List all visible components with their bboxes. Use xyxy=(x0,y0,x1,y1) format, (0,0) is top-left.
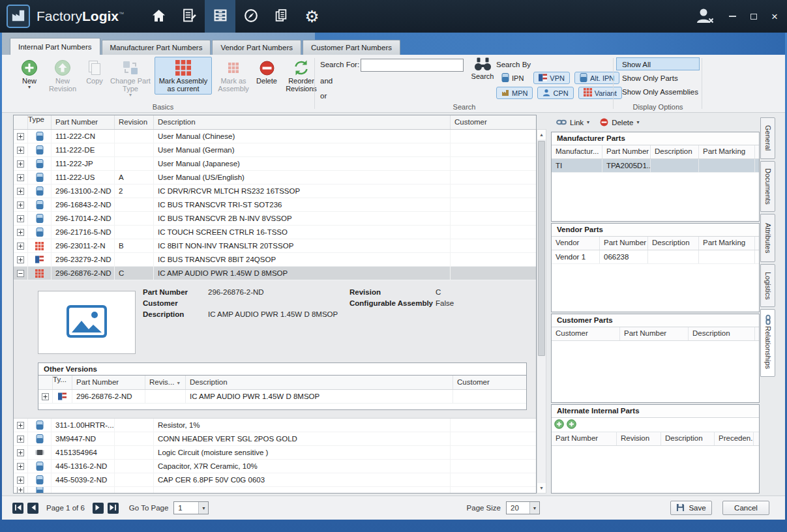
vertical-scrollbar[interactable]: ▲ ▼ xyxy=(537,129,546,494)
column-header-revision[interactable]: Revision xyxy=(617,432,661,445)
column-header-customer[interactable]: Customer xyxy=(453,376,526,389)
cancel-button[interactable]: Cancel xyxy=(722,501,769,515)
table-row[interactable]: 311-1.00HRTR-...Resistor, 1% xyxy=(14,419,536,432)
home-nav-button[interactable] xyxy=(143,0,174,33)
part-image-placeholder[interactable] xyxy=(38,291,136,354)
expand-toggle-icon[interactable] xyxy=(14,171,28,184)
side-tab-attributes[interactable]: Attributes xyxy=(760,214,775,262)
side-tab-general[interactable]: General xyxy=(760,117,775,159)
expand-toggle-icon[interactable] xyxy=(14,253,28,266)
column-header-manufactur[interactable]: Manufactur... xyxy=(552,145,602,158)
maximize-button[interactable] xyxy=(750,14,757,20)
new-revision-button[interactable]: New Revision xyxy=(45,57,80,95)
column-header-part-number[interactable]: Part Number xyxy=(52,115,115,129)
expand-toggle-icon[interactable] xyxy=(38,390,53,403)
panel-table-row[interactable]: TITPA2005D1... xyxy=(552,159,759,173)
user-logout-icon[interactable] xyxy=(695,7,715,26)
production-nav-button[interactable] xyxy=(174,0,205,33)
column-header-description[interactable]: Description xyxy=(689,327,755,340)
side-tab-documents[interactable]: Documents xyxy=(760,161,775,212)
add-alternate-part-button[interactable] xyxy=(554,419,564,431)
display-option-show-only-parts[interactable]: Show Only Parts xyxy=(616,71,700,84)
link-button[interactable]: Link ▾ xyxy=(556,119,589,127)
column-header-part-number[interactable]: Part Number xyxy=(72,376,145,389)
search-button[interactable]: Search xyxy=(468,57,497,80)
other-version-row[interactable]: 296-26876-2-NDIC AMP AUDIO PWR 1.45W D 8… xyxy=(38,390,526,404)
close-button[interactable]: × xyxy=(771,11,778,22)
scroll-down-arrow[interactable]: ▼ xyxy=(537,483,546,493)
expand-toggle-icon[interactable] xyxy=(14,239,28,252)
expand-toggle-icon[interactable] xyxy=(14,419,28,432)
change-part-type-button[interactable]: Change Part Type ▾ xyxy=(109,57,152,100)
tab-internal-part-numbers[interactable]: Internal Part Numbers xyxy=(10,38,100,55)
column-header-part-number[interactable]: Part Number xyxy=(620,327,689,340)
save-button[interactable]: Save xyxy=(670,501,712,515)
settings-nav-button[interactable]: ⚙ xyxy=(297,0,327,33)
page-size-select[interactable]: 20 ▼ xyxy=(506,501,540,514)
table-row[interactable]: 445-5039-2-NDCAP CER 6.8PF 50V C0G 0603 xyxy=(14,473,536,487)
table-row[interactable]: 296-16843-2-NDIC BUS TRANSCVR TRI-ST SOT… xyxy=(14,198,536,212)
column-header-description[interactable]: Description xyxy=(154,115,451,129)
filter-caret-icon[interactable]: ▼ xyxy=(176,381,181,385)
scrollbar-thumb[interactable] xyxy=(538,141,545,356)
column-header-part-number[interactable]: Part Number xyxy=(600,237,648,250)
expand-toggle-icon[interactable] xyxy=(14,198,28,211)
expand-toggle-icon[interactable] xyxy=(14,226,28,239)
expand-toggle-icon[interactable] xyxy=(14,473,28,486)
unlink-delete-button[interactable]: Delete ▾ xyxy=(600,118,639,128)
pager-next-button[interactable] xyxy=(93,503,104,514)
navigate-nav-button[interactable] xyxy=(235,0,266,33)
table-row[interactable]: 445-1316-2-NDCapacitor, X7R Ceramic, 10% xyxy=(14,460,536,473)
search-by-chip-vpn[interactable]: VPN xyxy=(533,72,570,84)
new-button[interactable]: New ▾ xyxy=(15,57,44,92)
display-option-show-only-assemblies[interactable]: Show Only Assemblies xyxy=(616,85,700,98)
search-by-chip-mpn[interactable]: MPN xyxy=(496,87,533,99)
column-header-ty[interactable]: Ty... xyxy=(53,376,72,389)
expand-toggle-icon[interactable] xyxy=(14,185,28,198)
tab-vendor-part-numbers[interactable]: Vendor Part Numbers xyxy=(212,40,301,55)
mark-as-assembly-button[interactable]: Mark as Assembly xyxy=(215,57,252,95)
panel-table-row[interactable]: Vendor 1066238 xyxy=(552,250,759,264)
expand-toggle-icon[interactable] xyxy=(14,212,28,225)
display-option-show-all[interactable]: Show All xyxy=(616,57,700,70)
column-header-vendor[interactable]: Vendor xyxy=(552,237,600,250)
go-to-page-select[interactable]: 1 ▼ xyxy=(173,501,209,514)
documents-nav-button[interactable] xyxy=(266,0,297,33)
expand-toggle-icon[interactable] xyxy=(14,143,28,156)
column-header-type[interactable]: Type xyxy=(28,115,52,129)
table-row[interactable]: 296-23011-2-NBIC 8BIT NON-INV TRANSLTR 2… xyxy=(14,239,536,253)
column-header-part-number[interactable]: Part Number xyxy=(552,432,617,445)
minimize-button[interactable] xyxy=(729,16,736,17)
delete-button[interactable]: Delete xyxy=(254,57,280,87)
expand-toggle-icon[interactable] xyxy=(14,157,28,170)
table-row[interactable]: 111-222-USAUser Manual (US/English) xyxy=(14,171,536,185)
table-row[interactable]: 111-222-JPUser Manual (Japanese) xyxy=(14,157,536,171)
table-row[interactable] xyxy=(14,487,536,493)
add-alternate-part-button[interactable] xyxy=(567,419,576,431)
table-row[interactable]: 296-23279-2-NDIC BUS TRANSCVR 8BIT 24QSO… xyxy=(14,253,536,267)
tab-customer-part-numbers[interactable]: Customer Part Numbers xyxy=(303,40,400,55)
column-header-customer[interactable]: Customer xyxy=(451,115,535,129)
column-header-description[interactable]: Description xyxy=(186,376,453,389)
expand-toggle-icon[interactable] xyxy=(14,487,28,493)
side-tab-relationships[interactable]: Relationships xyxy=(760,309,775,377)
side-tab-logistics[interactable]: Logistics xyxy=(760,264,775,307)
column-header-description[interactable]: Description xyxy=(651,145,699,158)
expand-toggle-icon[interactable] xyxy=(14,432,28,445)
mark-assembly-current-button[interactable]: Mark Assembly as current xyxy=(155,57,212,95)
table-row[interactable]: 111-222-DEUser Manual (German) xyxy=(14,143,536,157)
table-row[interactable]: 296-26876-2-NDCIC AMP AUDIO PWR 1.45W D … xyxy=(14,267,536,280)
column-header-description[interactable]: Description xyxy=(661,432,715,445)
table-row[interactable]: 296-21716-5-NDIC TOUCH SCREEN CTRLR 16-T… xyxy=(14,226,536,239)
table-row[interactable]: 3M9447-NDCONN HEADER VERT SGL 2POS GOLD xyxy=(14,432,536,446)
pager-last-button[interactable] xyxy=(108,503,119,514)
column-header-part-number[interactable]: Part Number xyxy=(602,145,651,158)
table-row[interactable]: 4151354964Logic Circuit (moisture sensit… xyxy=(14,446,536,460)
column-header-part-marking[interactable]: Part Marking xyxy=(699,145,755,158)
expand-toggle-icon[interactable] xyxy=(14,460,28,473)
pager-first-button[interactable] xyxy=(12,503,23,514)
column-header-description[interactable]: Description xyxy=(648,237,699,250)
column-header-revision[interactable]: Revision xyxy=(115,115,154,129)
table-row[interactable]: 296-13100-2-ND2IC DRVR/RCVR MLTCH RS232 … xyxy=(14,185,536,198)
parts-nav-button[interactable] xyxy=(205,0,235,33)
